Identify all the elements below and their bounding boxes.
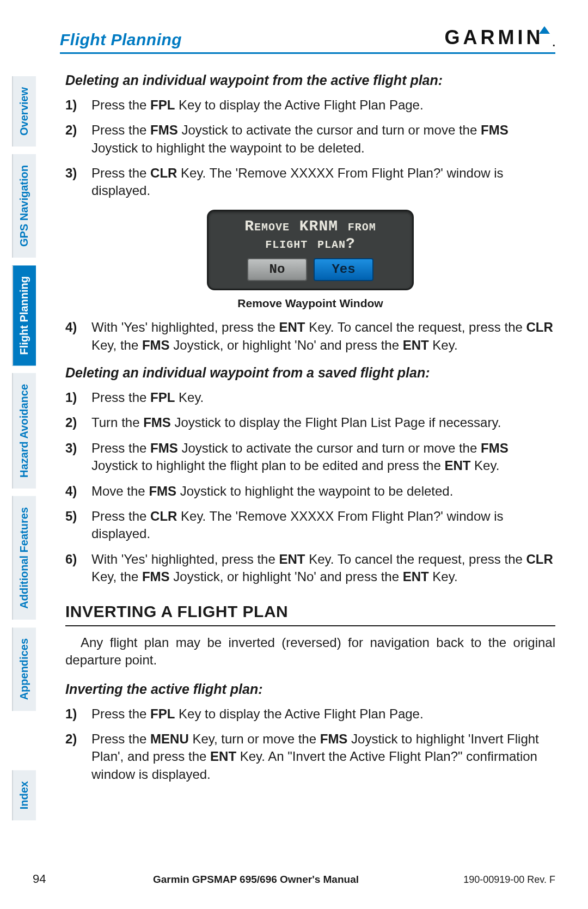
step-item: 4)Move the FMS Joystick to highlight the… xyxy=(65,483,555,500)
device-prompt: Remove KRNM from flight plan? xyxy=(216,218,405,253)
steps-invert-active: 1)Press the FPL Key to display the Activ… xyxy=(65,705,555,784)
tab-index[interactable]: Index xyxy=(12,770,36,820)
logo-dot: . xyxy=(552,36,555,49)
subhead-delete-active: Deleting an individual waypoint from the… xyxy=(65,71,555,90)
figure-caption: Remove Waypoint Window xyxy=(237,296,383,311)
footer-revision: 190-00919-00 Rev. F xyxy=(436,874,555,886)
section-title: Flight Planning xyxy=(60,30,182,49)
inverting-intro: Any flight plan may be inverted (reverse… xyxy=(65,634,555,669)
device-figure: Remove KRNM from flight plan? No Yes Rem… xyxy=(65,210,555,312)
step-item: 3)Press the CLR Key. The 'Remove XXXXX F… xyxy=(65,164,555,200)
page-number: 94 xyxy=(33,872,76,886)
heading-inverting: INVERTING A FLIGHT PLAN xyxy=(65,601,555,623)
tab-flight-planning[interactable]: Flight Planning xyxy=(12,265,36,365)
steps-delete-active-cont: 4)With 'Yes' highlighted, press the ENT … xyxy=(65,319,555,354)
tab-hazard-avoidance[interactable]: Hazard Avoidance xyxy=(12,373,36,489)
step-item: 5)Press the CLR Key. The 'Remove XXXXX F… xyxy=(65,508,555,543)
logo-triangle-icon xyxy=(539,26,550,34)
subhead-delete-saved: Deleting an individual waypoint from a s… xyxy=(65,364,555,382)
heading-rule xyxy=(65,625,555,626)
page-footer: 94 Garmin GPSMAP 695/696 Owner's Manual … xyxy=(33,872,555,886)
step-item: 2)Press the FMS Joystick to activate the… xyxy=(65,121,555,157)
step-item: 4)With 'Yes' highlighted, press the ENT … xyxy=(65,319,555,354)
content-body: Deleting an individual waypoint from the… xyxy=(65,71,555,783)
remove-waypoint-window: Remove KRNM from flight plan? No Yes xyxy=(207,210,414,290)
steps-delete-saved: 1)Press the FPL Key. 2)Turn the FMS Joys… xyxy=(65,389,555,586)
step-item: 1)Press the FPL Key to display the Activ… xyxy=(65,96,555,114)
tab-appendices[interactable]: Appendices xyxy=(12,627,36,711)
steps-delete-active: 1)Press the FPL Key to display the Activ… xyxy=(65,96,555,200)
page-header: Flight Planning GARMIN . xyxy=(60,26,555,54)
garmin-logo: GARMIN . xyxy=(444,26,555,49)
step-item: 1)Press the FPL Key to display the Activ… xyxy=(65,705,555,723)
side-tabs: Overview GPS Navigation Flight Planning … xyxy=(12,76,36,828)
logo-text: GARMIN xyxy=(444,26,543,49)
step-item: 3)Press the FMS Joystick to activate the… xyxy=(65,440,555,475)
step-item: 2)Press the MENU Key, turn or move the F… xyxy=(65,730,555,783)
step-item: 1)Press the FPL Key. xyxy=(65,389,555,406)
step-item: 2)Turn the FMS Joystick to display the F… xyxy=(65,414,555,431)
subhead-invert-active: Inverting the active flight plan: xyxy=(65,680,555,699)
tab-overview[interactable]: Overview xyxy=(12,76,36,147)
tab-gps-navigation[interactable]: GPS Navigation xyxy=(12,154,36,258)
device-yes-button[interactable]: Yes xyxy=(314,258,373,281)
tab-additional-features[interactable]: Additional Features xyxy=(12,496,36,620)
footer-title: Garmin GPSMAP 695/696 Owner's Manual xyxy=(76,874,436,886)
device-no-button[interactable]: No xyxy=(247,258,307,281)
step-item: 6)With 'Yes' highlighted, press the ENT … xyxy=(65,551,555,586)
